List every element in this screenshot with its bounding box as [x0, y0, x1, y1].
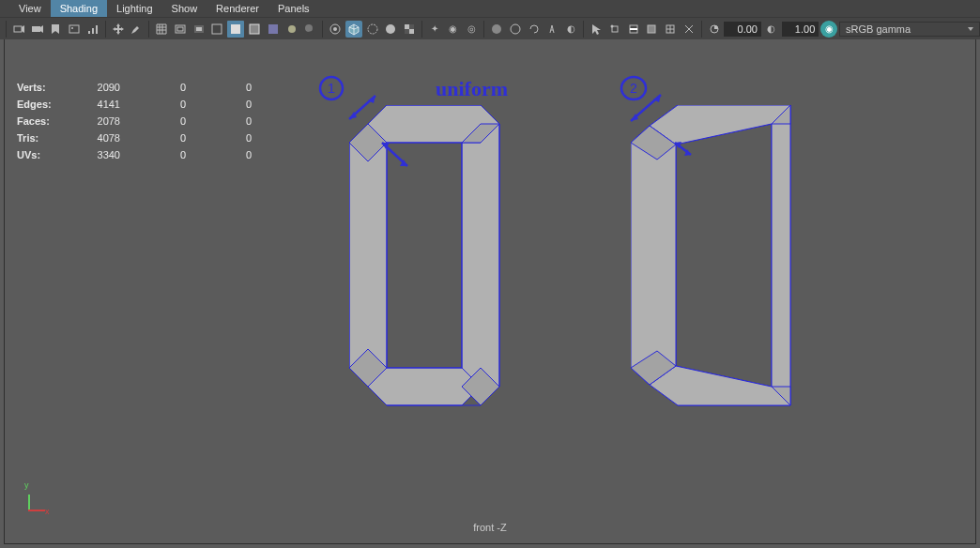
svg-point-3 — [71, 27, 73, 29]
exposure-icon[interactable] — [706, 21, 723, 38]
colorspace-toggle-icon[interactable]: ◉ — [820, 21, 837, 38]
colorspace-dropdown[interactable]: sRGB gamma — [839, 22, 980, 37]
gate-mask-icon[interactable] — [191, 21, 207, 38]
wireframe-icon[interactable] — [209, 21, 226, 38]
spot-light-icon[interactable]: ◉ — [445, 21, 462, 38]
shaded-wire-icon[interactable] — [246, 21, 263, 38]
svg-point-19 — [333, 27, 337, 31]
menu-show[interactable]: Show — [162, 0, 207, 17]
aa-icon[interactable] — [544, 21, 561, 38]
svg-rect-8 — [177, 27, 183, 31]
svg-rect-0 — [14, 26, 22, 32]
svg-rect-22 — [405, 24, 409, 29]
svg-rect-13 — [250, 24, 259, 34]
svg-point-17 — [307, 31, 314, 34]
textured-icon[interactable] — [265, 21, 282, 38]
stats-row-verts: Verts: 2090 0 0 — [8, 79, 261, 96]
svg-point-21 — [386, 24, 395, 34]
svg-point-20 — [368, 24, 377, 34]
svg-text:1: 1 — [328, 80, 335, 96]
brush-icon[interactable] — [129, 21, 145, 38]
gamma-field[interactable]: 1.00 — [782, 22, 819, 37]
video-icon[interactable] — [29, 21, 46, 38]
svg-rect-10 — [196, 27, 202, 31]
light-icon[interactable]: ✦ — [426, 21, 443, 38]
stats-row-uvs: UVs: 3340 0 0 — [8, 146, 261, 163]
menu-renderer[interactable]: Renderer — [207, 0, 268, 17]
film-gate-icon[interactable] — [172, 21, 189, 38]
svg-rect-4 — [88, 31, 90, 34]
viewport[interactable]: Verts: 2090 0 0 Edges: 4141 0 0 Faces: 2… — [4, 39, 976, 544]
svg-marker-47 — [631, 126, 676, 385]
poly-count-hud: Verts: 2090 0 0 Edges: 4141 0 0 Faces: 2… — [8, 79, 261, 163]
mesh-frame-nonuniform — [631, 105, 800, 424]
grid-icon[interactable] — [153, 21, 170, 38]
gamma-icon[interactable]: ◐ — [763, 21, 780, 38]
svg-rect-25 — [405, 29, 409, 34]
svg-point-57 — [621, 77, 646, 99]
svg-point-16 — [305, 24, 313, 32]
menu-view[interactable]: View — [9, 0, 51, 17]
use-lights-icon[interactable] — [283, 21, 300, 38]
svg-marker-37 — [462, 124, 499, 405]
checker-icon[interactable] — [401, 21, 418, 38]
image-plane-icon[interactable] — [66, 21, 83, 38]
move-arrows-icon[interactable] — [110, 21, 127, 38]
annotation-circle-1: 1 — [316, 73, 354, 111]
svg-rect-2 — [69, 25, 79, 33]
menu-panels[interactable]: Panels — [268, 0, 319, 17]
svg-point-55 — [320, 77, 343, 99]
bulb-icon[interactable]: ◎ — [464, 21, 481, 38]
select-camera-icon[interactable] — [10, 21, 27, 38]
svg-point-15 — [288, 25, 296, 33]
annotation-uniform-label: uniform — [436, 77, 508, 101]
chevron-down-icon — [968, 27, 973, 31]
svg-rect-6 — [96, 25, 98, 34]
snap-grid-icon[interactable] — [662, 21, 679, 38]
svg-point-29 — [610, 24, 613, 27]
svg-marker-49 — [772, 105, 790, 405]
colorspace-label: sRGB gamma — [846, 23, 911, 35]
shaded-icon[interactable] — [227, 21, 244, 38]
sphere-solid-icon[interactable] — [382, 21, 399, 38]
menu-bar: View Shading Lighting Show Renderer Pane… — [0, 0, 980, 17]
motion-blur-icon[interactable] — [526, 21, 543, 38]
svg-rect-12 — [231, 24, 240, 34]
ao-icon[interactable] — [507, 21, 524, 38]
svg-rect-32 — [648, 25, 655, 33]
cube-display-icon[interactable] — [345, 21, 362, 38]
bookmark-icon[interactable] — [48, 21, 65, 38]
stats-row-faces: Faces: 2078 0 0 — [8, 113, 261, 129]
svg-rect-1 — [32, 26, 40, 32]
menu-shading[interactable]: Shading — [51, 0, 107, 17]
view-axis-gizmo: y x — [19, 488, 47, 516]
svg-rect-24 — [409, 24, 414, 29]
svg-text:2: 2 — [630, 81, 637, 96]
svg-rect-23 — [409, 29, 414, 34]
svg-marker-44 — [387, 143, 462, 368]
single-persp-icon[interactable] — [488, 21, 505, 38]
shadows-icon[interactable] — [301, 21, 318, 38]
snap-edge-icon[interactable] — [625, 21, 642, 38]
dof-icon[interactable]: ◐ — [562, 21, 579, 38]
stats-row-edges: Edges: 4141 0 0 — [8, 96, 261, 113]
svg-point-26 — [492, 24, 501, 34]
viewport-toolbar: ✦ ◉ ◎ ◐ 0.00 ◐ 1.00 ◉ sRGB gamma — [0, 17, 980, 39]
snap-face-icon[interactable] — [643, 21, 660, 38]
svg-rect-5 — [92, 28, 94, 34]
view-name-label: front -Z — [473, 522, 506, 533]
snap-vertex-icon[interactable] — [606, 21, 623, 38]
svg-rect-11 — [212, 24, 222, 34]
svg-marker-35 — [349, 124, 387, 387]
mesh-frame-uniform — [349, 105, 509, 424]
svg-marker-46 — [676, 124, 772, 387]
bars-icon[interactable] — [84, 21, 101, 38]
cursor-icon[interactable] — [588, 21, 605, 38]
isolate-select-icon[interactable] — [327, 21, 344, 38]
svg-point-27 — [511, 24, 520, 34]
stats-row-tris: Tris: 4078 0 0 — [8, 129, 261, 146]
exposure-field[interactable]: 0.00 — [724, 22, 761, 37]
snap-x-icon[interactable] — [681, 21, 697, 38]
xray-icon[interactable] — [364, 21, 381, 38]
menu-lighting[interactable]: Lighting — [107, 0, 162, 17]
